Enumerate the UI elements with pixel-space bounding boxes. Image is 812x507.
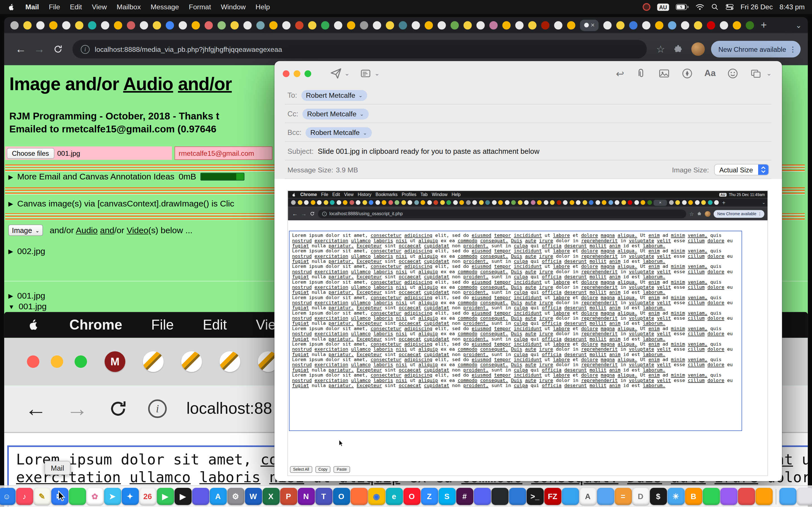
to-field[interactable]: To: Robert Metcalfe ⌄ — [274, 86, 782, 105]
emoji-button[interactable] — [727, 68, 739, 79]
browser-tab[interactable] — [179, 21, 187, 29]
choose-files-button[interactable]: Choose files — [7, 148, 54, 159]
browser-tab[interactable] — [451, 21, 459, 29]
dock-item-filezilla[interactable]: FZ — [544, 488, 561, 505]
photo-browser-chevron-icon[interactable]: ⌄ — [766, 70, 771, 77]
browser-tab[interactable] — [36, 21, 45, 29]
browser-tab[interactable] — [231, 21, 239, 29]
dock-item-chrome[interactable]: ◉ — [368, 488, 385, 505]
dock-item-app-store[interactable]: A — [209, 488, 227, 505]
dock-item-dictionary[interactable]: D — [632, 488, 649, 505]
disclosure-triangle-icon[interactable]: ▶ — [8, 292, 13, 299]
menu-message[interactable]: Message — [151, 3, 179, 11]
browser-tab[interactable] — [243, 21, 252, 29]
browser-tab[interactable] — [23, 21, 32, 29]
dock-item-trash[interactable] — [797, 488, 812, 505]
disclosure-triangle-open-icon[interactable]: ▼ — [8, 303, 14, 310]
browser-tab[interactable] — [269, 21, 277, 29]
site-info-icon[interactable]: i — [81, 45, 90, 54]
browser-tab[interactable] — [438, 21, 446, 29]
audio-link-2[interactable]: Audio — [76, 225, 98, 235]
reload-button[interactable] — [49, 40, 67, 58]
cc-recipient-token[interactable]: Robert Metcalfe ⌄ — [303, 108, 369, 119]
audio-link[interactable]: Audio — [123, 73, 173, 94]
dock-item-books[interactable]: B — [685, 488, 702, 505]
insert-photo-button[interactable] — [658, 68, 670, 79]
close-tab-icon[interactable]: × — [591, 22, 595, 29]
menu-view[interactable]: View — [92, 3, 107, 11]
dock-item-finder[interactable]: ☺ — [0, 488, 15, 505]
token-chevron-icon[interactable]: ⌄ — [359, 111, 364, 117]
browser-tab[interactable] — [153, 21, 161, 29]
dock-item-tv[interactable]: ▶ — [174, 488, 192, 505]
subject-field[interactable]: Subject: Slide 001.jpg in clipboard read… — [274, 142, 782, 160]
dock-item-zoom[interactable]: Z — [421, 488, 438, 505]
details-001jpg-expanded[interactable]: ▼ 001.jpg — [8, 302, 47, 312]
browser-tab[interactable] — [502, 21, 511, 29]
copy-button[interactable]: Copy — [315, 466, 331, 473]
dock-item-maps[interactable]: ➤ — [104, 488, 121, 505]
attachment-textarea[interactable]: Lorem ipsum dolor sit amet, consectetur … — [289, 231, 742, 431]
menu-help[interactable]: Help — [255, 3, 270, 11]
browser-tab[interactable] — [140, 21, 148, 29]
browser-tab[interactable] — [166, 21, 174, 29]
dock-item-preview[interactable] — [597, 488, 614, 505]
compose-titlebar[interactable]: ⌄ ⌄ ↩ Aa — [274, 61, 782, 86]
browser-tab[interactable] — [603, 21, 612, 29]
menu-mailbox[interactable]: Mailbox — [117, 3, 141, 11]
menu-dots-icon[interactable]: ⋮ — [789, 45, 797, 53]
email-field[interactable]: rmetcalfe15@gmail.com — [174, 147, 272, 160]
dock-item-word[interactable]: W — [245, 488, 262, 505]
dock-item-safari[interactable]: ✦ — [121, 488, 139, 505]
bcc-recipient-token[interactable]: Robert Metcalfe ⌄ — [306, 127, 372, 138]
browser-tab[interactable] — [642, 21, 651, 29]
browser-tab[interactable] — [681, 21, 689, 29]
browser-tab[interactable] — [386, 21, 394, 29]
browser-tab[interactable] — [515, 21, 523, 29]
browser-tab[interactable] — [655, 21, 663, 29]
browser-tab[interactable] — [308, 21, 316, 29]
dock-item-skype[interactable]: S — [439, 488, 456, 505]
browser-tab[interactable] — [62, 21, 70, 29]
header-fields-button[interactable] — [359, 68, 372, 79]
details-canvas-image[interactable]: ▶ Canvas image(s) via [canvasContext].dr… — [8, 199, 234, 209]
dock-item-github[interactable] — [491, 488, 508, 505]
paste-button[interactable]: Paste — [334, 466, 350, 473]
cc-field[interactable]: Cc: Robert Metcalfe ⌄ — [274, 105, 782, 123]
browser-tab[interactable] — [746, 21, 754, 29]
menu-window[interactable]: Window — [221, 3, 246, 11]
browser-tab[interactable] — [412, 21, 420, 29]
and-link[interactable]: and — [100, 225, 114, 235]
dock-item-podcasts[interactable] — [192, 488, 209, 505]
dock-item-powerpoint[interactable]: P — [280, 488, 297, 505]
control-center-icon[interactable] — [725, 3, 733, 11]
dock-item-app[interactable] — [755, 488, 772, 505]
menu-format[interactable]: Format — [189, 3, 211, 11]
dock-item-discord[interactable] — [474, 488, 491, 505]
menubar-extra-icon[interactable] — [643, 3, 651, 11]
chrome-update-button[interactable]: New Chrome available ⋮ — [711, 41, 801, 57]
browser-tab[interactable] — [567, 21, 575, 29]
browser-tab[interactable] — [347, 21, 355, 29]
browser-tab[interactable] — [476, 21, 485, 29]
dock-item-excel[interactable]: X — [262, 488, 280, 505]
close-button[interactable] — [283, 70, 290, 77]
bookmark-star-icon[interactable]: ☆ — [656, 43, 665, 55]
disclosure-triangle-icon[interactable]: ▶ — [8, 173, 13, 180]
bcc-field[interactable]: Bcc: Robert Metcalfe ⌄ — [274, 123, 782, 142]
dock-item-settings[interactable]: ⚙ — [227, 488, 244, 505]
profile-avatar[interactable] — [691, 43, 705, 56]
browser-tab[interactable] — [668, 21, 676, 29]
dock-item-stocks[interactable]: $ — [650, 488, 667, 505]
dock-item-outlook[interactable]: O — [333, 488, 350, 505]
dock-item-downloads-folder[interactable] — [779, 488, 796, 505]
send-options-chevron-icon[interactable]: ⌄ — [344, 70, 349, 77]
minimize-button[interactable] — [294, 70, 300, 77]
browser-tab[interactable] — [373, 21, 381, 29]
disclosure-triangle-icon[interactable]: ▶ — [8, 200, 13, 207]
browser-tab[interactable] — [321, 21, 329, 29]
dock-item-edge[interactable]: e — [386, 488, 403, 505]
browser-tab[interactable] — [616, 21, 624, 29]
dock-item-transmit[interactable] — [562, 488, 579, 505]
dock-item-calculator[interactable]: = — [614, 488, 631, 505]
